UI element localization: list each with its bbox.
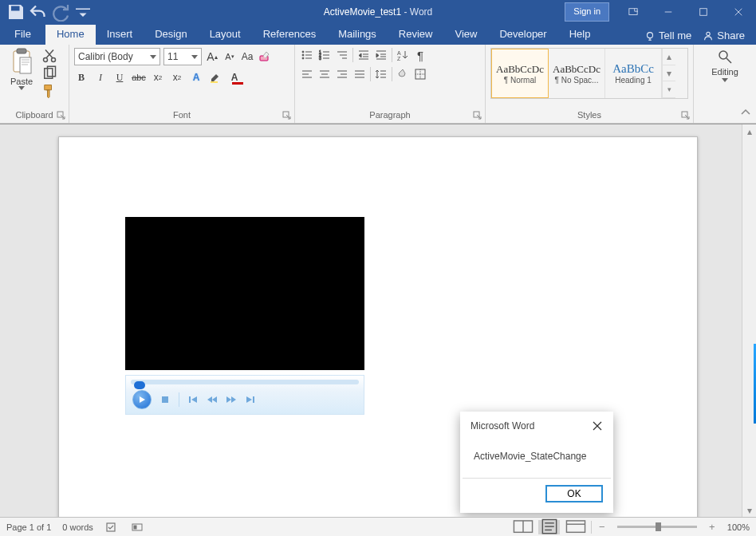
editing-button[interactable]: Editing	[699, 48, 751, 82]
tab-insert[interactable]: Insert	[96, 25, 144, 45]
svg-rect-67	[162, 396, 168, 403]
multilevel-list-icon[interactable]	[335, 48, 349, 62]
separator	[352, 48, 353, 62]
decrease-indent-icon[interactable]	[356, 48, 371, 62]
tab-mailings[interactable]: Mailings	[327, 25, 388, 45]
stop-icon[interactable]	[159, 394, 171, 405]
read-mode-icon[interactable]	[512, 520, 534, 534]
styles-launcher-icon[interactable]	[681, 111, 691, 120]
separator	[392, 67, 392, 81]
chevron-down-icon[interactable]: ▾	[663, 65, 675, 82]
highlight-icon[interactable]	[208, 70, 222, 85]
text-effects-icon[interactable]: A	[189, 70, 203, 85]
copy-icon[interactable]	[41, 65, 57, 81]
clear-formatting-icon[interactable]	[258, 49, 272, 64]
shading-icon[interactable]	[396, 67, 410, 81]
seek-track[interactable]	[131, 380, 359, 384]
style-normal[interactable]: AaBbCcDc ¶ Normal	[491, 49, 549, 98]
font-name-combobox[interactable]: Calibri (Body	[74, 48, 160, 65]
styles-gallery[interactable]: AaBbCcDc ¶ Normal AaBbCcDc ¶ No Spac... …	[490, 48, 688, 99]
change-case-icon[interactable]: Aa	[240, 49, 254, 64]
tab-layout[interactable]: Layout	[199, 25, 252, 45]
tab-file[interactable]: File	[0, 25, 45, 45]
strikethrough-button[interactable]: abc	[132, 70, 146, 85]
dialog-close-icon[interactable]	[590, 419, 604, 433]
line-spacing-icon[interactable]	[374, 67, 388, 81]
styles-scroll[interactable]: ▴ ▾ ▾	[662, 49, 675, 98]
zoom-in-button[interactable]: +	[707, 521, 718, 533]
subscript-button[interactable]: x2	[151, 70, 165, 85]
maximize-icon[interactable]	[686, 0, 721, 24]
tab-home[interactable]: Home	[45, 25, 96, 45]
chevron-up-icon[interactable]: ▴	[663, 49, 675, 65]
tab-references[interactable]: References	[252, 25, 327, 45]
style-no-spacing[interactable]: AaBbCcDc ¶ No Spac...	[549, 49, 605, 98]
ribbon-display-options-icon[interactable]	[616, 0, 651, 24]
grow-font-icon[interactable]: A▴	[205, 49, 219, 64]
cut-icon[interactable]	[41, 48, 57, 64]
web-layout-icon[interactable]	[565, 520, 586, 534]
tab-review[interactable]: Review	[388, 25, 444, 45]
bold-button[interactable]: B	[74, 70, 89, 85]
tab-help[interactable]: Help	[558, 25, 602, 45]
justify-icon[interactable]	[352, 67, 367, 81]
skip-forward-icon[interactable]	[245, 394, 256, 405]
save-icon[interactable]	[6, 2, 26, 22]
numbering-icon[interactable]: 123	[317, 48, 332, 62]
tab-design[interactable]: Design	[144, 25, 198, 45]
scroll-down-icon[interactable]: ▾	[742, 503, 756, 517]
svg-rect-74	[134, 526, 136, 529]
zoom-slider[interactable]	[617, 526, 697, 528]
zoom-level[interactable]: 100%	[727, 522, 750, 532]
close-icon[interactable]	[721, 0, 756, 24]
paste-button[interactable]: Paste	[5, 48, 38, 90]
qat-customize-icon[interactable]	[73, 2, 93, 22]
font-launcher-icon[interactable]	[282, 111, 292, 120]
undo-icon[interactable]	[29, 2, 48, 22]
paragraph-launcher-icon[interactable]	[473, 111, 482, 120]
zoom-out-button[interactable]: −	[597, 521, 608, 533]
shrink-font-icon[interactable]: A▾	[222, 49, 237, 64]
activemovie-control[interactable]	[125, 217, 364, 415]
clipboard-launcher-icon[interactable]	[57, 111, 66, 120]
document-area: Microsoft Word ActiveMovie_StateChange O…	[0, 124, 756, 517]
minimize-icon[interactable]	[651, 0, 686, 24]
sign-in-button[interactable]: Sign in	[565, 2, 609, 22]
redo-icon[interactable]	[51, 2, 70, 22]
zoom-thumb[interactable]	[656, 522, 661, 531]
tab-developer[interactable]: Developer	[488, 25, 557, 45]
italic-button[interactable]: I	[93, 70, 108, 85]
scroll-up-icon[interactable]: ▴	[742, 124, 756, 138]
align-center-icon[interactable]	[317, 67, 332, 81]
align-left-icon[interactable]	[300, 67, 314, 81]
borders-icon[interactable]	[413, 67, 427, 81]
status-page[interactable]: Page 1 of 1	[6, 522, 51, 532]
spellcheck-icon[interactable]	[104, 520, 119, 534]
font-size-combobox[interactable]: 11	[163, 48, 202, 65]
skip-back-icon[interactable]	[187, 394, 199, 405]
tell-me-button[interactable]: Tell me	[644, 30, 691, 41]
style-heading1[interactable]: AaBbCc Heading 1	[605, 49, 662, 98]
print-layout-icon[interactable]	[538, 520, 560, 534]
collapse-ribbon-icon[interactable]	[740, 107, 751, 120]
seek-thumb[interactable]	[134, 381, 145, 389]
increase-indent-icon[interactable]	[374, 48, 388, 62]
show-marks-icon[interactable]: ¶	[413, 48, 427, 62]
rewind-icon[interactable]	[207, 394, 218, 405]
superscript-button[interactable]: x2	[170, 70, 184, 85]
ok-button[interactable]: OK	[545, 485, 603, 503]
bullets-icon[interactable]	[300, 48, 314, 62]
styles-more-icon[interactable]: ▾	[663, 81, 675, 98]
underline-button[interactable]: U	[112, 70, 127, 85]
align-right-icon[interactable]	[335, 67, 349, 81]
video-display	[125, 217, 364, 370]
format-painter-icon[interactable]	[41, 83, 57, 99]
macro-recording-icon[interactable]	[130, 520, 144, 534]
fast-forward-icon[interactable]	[226, 394, 237, 405]
sort-icon[interactable]: AZ	[396, 48, 410, 62]
status-words[interactable]: 0 words	[62, 522, 93, 532]
share-button[interactable]: Share	[703, 30, 745, 41]
tab-view[interactable]: View	[443, 25, 488, 45]
play-button[interactable]	[132, 390, 152, 409]
vertical-scrollbar[interactable]: ▴ ▾	[742, 124, 756, 517]
